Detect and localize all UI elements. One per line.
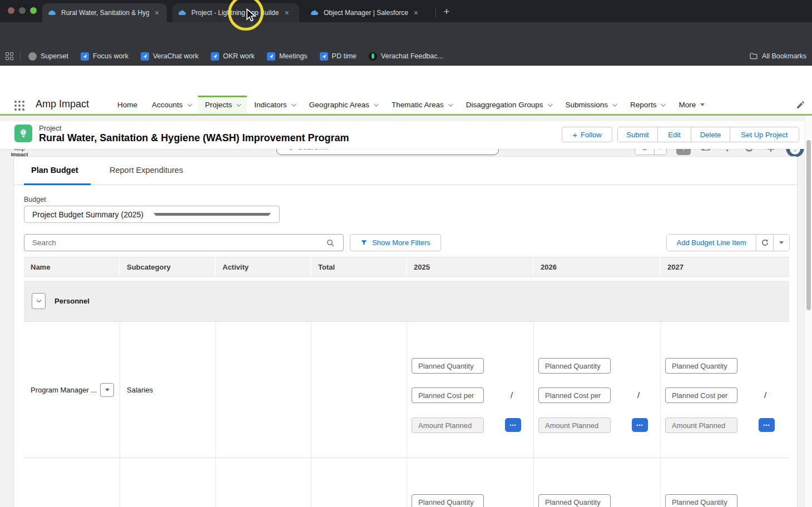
set-up-project-button[interactable]: Set Up Project — [730, 127, 799, 142]
jira-icon — [267, 52, 275, 61]
bookmark-pd-time[interactable]: PD time — [320, 52, 357, 61]
tab-separator — [435, 7, 436, 17]
table-search-input[interactable] — [32, 238, 326, 247]
planned-quantity-input[interactable] — [412, 358, 484, 374]
app-launcher-icon[interactable] — [14, 101, 24, 111]
bookmark-verachat-feedback[interactable]: Verachat Feedbac... — [369, 52, 443, 61]
row-dropdown-button[interactable] — [100, 383, 114, 397]
cell-menu-button[interactable]: ••• — [759, 418, 775, 432]
column-header-activity[interactable]: Activity — [216, 257, 311, 276]
edit-button[interactable]: Edit — [657, 127, 691, 142]
bookmark-verachat-work[interactable]: VeraChat work — [141, 52, 199, 61]
collapse-group-button[interactable] — [32, 293, 46, 309]
browser-tab-3[interactable]: Object Manager | Salesforce × — [305, 3, 432, 22]
all-bookmarks-button[interactable]: All Bookmarks — [749, 47, 806, 65]
new-tab-button[interactable]: + — [440, 5, 453, 18]
column-header-2026[interactable]: 2026 — [534, 257, 661, 276]
browser-toolbar: ← → verasolutions-9c-dev-ed.develop.ligh… — [0, 22, 812, 47]
app-name[interactable]: Amp Impact — [36, 98, 89, 110]
chevron-down-icon[interactable] — [448, 102, 453, 106]
submit-button[interactable]: Submit — [618, 127, 657, 142]
chevron-down-icon[interactable] — [548, 102, 552, 106]
jira-icon — [211, 52, 219, 61]
planned-cost-input[interactable] — [538, 387, 611, 403]
cell-menu-button[interactable]: ••• — [505, 418, 521, 432]
total-cell — [311, 458, 407, 507]
nav-item-more[interactable]: More — [671, 96, 712, 114]
add-budget-line-item-button[interactable]: Add Budget Line Item — [667, 235, 756, 251]
record-action-group: Submit Edit Delete Set Up Project — [617, 127, 799, 142]
close-tab-icon[interactable]: × — [414, 9, 418, 17]
planned-quantity-input[interactable] — [665, 358, 737, 374]
planned-quantity-input[interactable] — [538, 358, 611, 374]
planned-quantity-input[interactable] — [665, 494, 737, 507]
close-tab-icon[interactable]: × — [284, 9, 289, 17]
verachat-icon — [369, 52, 377, 61]
nav-item-indicators[interactable]: Indicators — [247, 96, 302, 114]
bookmark-label: VeraChat work — [153, 52, 199, 60]
chevron-down-icon[interactable] — [374, 102, 378, 106]
salesforce-favicon-icon — [310, 8, 319, 17]
chevron-down-icon[interactable] — [291, 102, 296, 106]
chevron-down-icon[interactable] — [236, 102, 241, 106]
close-window-button[interactable] — [8, 7, 14, 14]
planned-quantity-input[interactable] — [538, 494, 611, 507]
app-navigation-bar: Amp Impact Home Accounts Projects Indica… — [0, 96, 812, 116]
bookmark-superset[interactable]: Superset — [28, 52, 68, 61]
bookmark-focus-work[interactable]: Focus work — [81, 52, 128, 61]
chevron-down-icon[interactable] — [187, 102, 192, 106]
nav-item-thematic-areas[interactable]: Thematic Areas — [384, 96, 459, 114]
record-header: Project Rural Water, Sanitation & Hygien… — [0, 121, 812, 149]
close-tab-icon[interactable]: × — [155, 9, 159, 17]
planned-cost-input[interactable] — [412, 387, 484, 403]
amount-planned-input — [665, 417, 737, 433]
column-header-total[interactable]: Total — [311, 257, 407, 276]
column-header-2027[interactable]: 2027 — [661, 257, 789, 276]
browser-tab-1[interactable]: Rural Water, Sanitation & Hyg × — [42, 3, 167, 22]
column-header-subcategory[interactable]: Subcategory — [120, 257, 216, 276]
nav-item-reports[interactable]: Reports — [623, 96, 671, 114]
year-cell-2025: / ••• — [407, 458, 534, 507]
bookmark-meetings[interactable]: Meetings — [267, 52, 308, 61]
record-entity-label: Project — [39, 124, 61, 132]
budget-field-label: Budget — [24, 196, 46, 203]
refresh-button[interactable] — [756, 235, 773, 251]
tab-report-expenditures[interactable]: Report Expenditures — [110, 166, 183, 175]
page-scrollbar[interactable] — [804, 116, 812, 507]
bookmark-label: PD time — [332, 52, 357, 60]
minimize-window-button[interactable] — [19, 7, 26, 14]
delete-button[interactable]: Delete — [691, 127, 730, 142]
show-more-filters-button[interactable]: Show More Filters — [350, 234, 441, 251]
planned-quantity-input[interactable] — [412, 494, 484, 507]
bookmark-label: Meetings — [279, 52, 308, 60]
nav-item-projects[interactable]: Projects — [198, 96, 247, 114]
column-header-2025[interactable]: 2025 — [407, 257, 534, 276]
browser-tab-2[interactable]: Project - Lightning App Builde × — [172, 3, 299, 22]
follow-button[interactable]: + Follow — [562, 127, 612, 142]
nav-item-accounts[interactable]: Accounts — [145, 96, 198, 114]
fullscreen-window-button[interactable] — [30, 7, 37, 14]
bookmark-okr-work[interactable]: OKR work — [211, 52, 255, 61]
name-cell: Program Manager ... — [24, 322, 120, 458]
bookmarks-bar: Superset Focus work VeraChat work OKR wo… — [0, 47, 812, 66]
table-search-box[interactable] — [24, 234, 344, 251]
nav-item-geographic-areas[interactable]: Geographic Areas — [302, 96, 384, 114]
tab-plan-budget[interactable]: Plan Budget — [31, 166, 78, 175]
budget-select-value: Project Budget Summary (2025) — [32, 210, 146, 219]
nav-item-submissions[interactable]: Submissions — [558, 96, 623, 114]
edit-nav-pencil-icon[interactable] — [796, 100, 805, 110]
scrollbar-thumb[interactable] — [806, 140, 811, 310]
chevron-down-icon[interactable] — [661, 102, 666, 106]
nav-item-home[interactable]: Home — [110, 96, 145, 114]
chevron-down-icon[interactable] — [612, 102, 617, 106]
folder-icon — [749, 52, 758, 61]
planned-cost-input[interactable] — [665, 387, 737, 403]
cell-menu-button[interactable]: ••• — [632, 418, 648, 432]
nav-item-disaggregation-groups[interactable]: Disaggregation Groups — [459, 96, 558, 114]
apps-grid-icon[interactable] — [6, 52, 13, 60]
add-dropdown-button[interactable] — [773, 235, 789, 251]
nav-items: Home Accounts Projects Indicators Geogra… — [110, 96, 712, 114]
budget-select[interactable]: Project Budget Summary (2025) — [24, 206, 280, 223]
tab-title: Object Manager | Salesforce — [324, 9, 408, 17]
column-header-name[interactable]: Name — [24, 257, 120, 276]
